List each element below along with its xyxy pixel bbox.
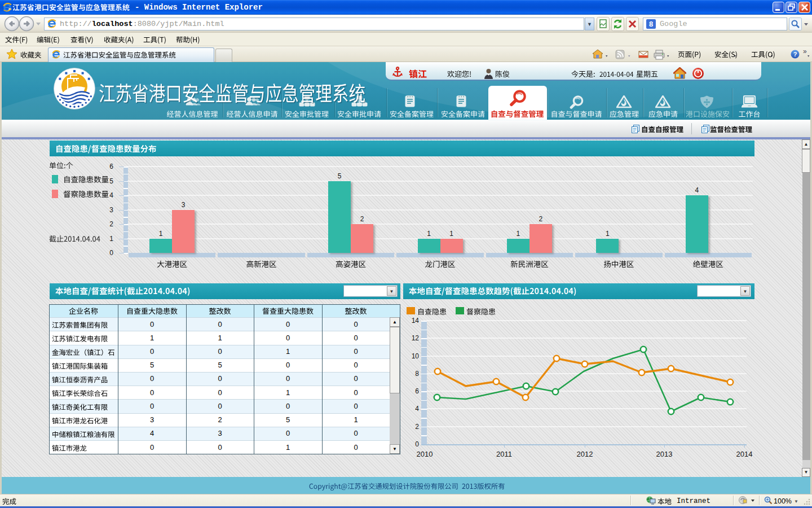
svg-text:?: ? (793, 51, 797, 58)
